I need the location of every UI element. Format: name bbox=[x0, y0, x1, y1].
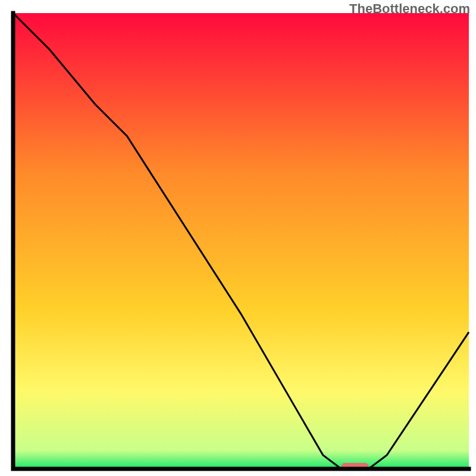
watermark-text: TheBottleneck.com bbox=[349, 1, 470, 17]
chart-container: TheBottleneck.com bbox=[0, 0, 476, 476]
bottleneck-chart bbox=[0, 0, 476, 476]
plot-background bbox=[13, 13, 469, 469]
